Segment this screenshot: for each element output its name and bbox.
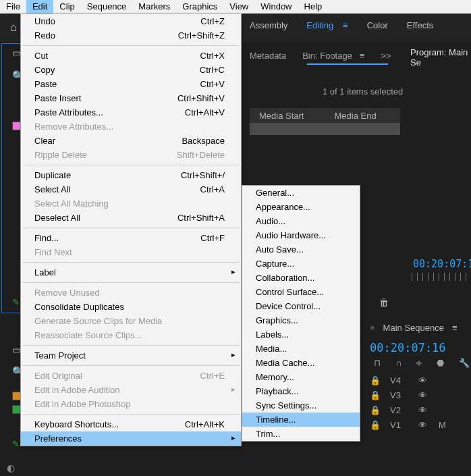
menu-separator bbox=[22, 414, 240, 415]
menu-item-capture[interactable]: Capture... bbox=[242, 257, 360, 271]
menu-item-label: Paste Insert bbox=[34, 93, 81, 103]
hamburger-icon[interactable]: ≡ bbox=[360, 51, 365, 61]
menu-sequence[interactable]: Sequence bbox=[81, 0, 133, 14]
menu-item-sync-settings[interactable]: Sync Settings... bbox=[242, 398, 360, 413]
menu-item-trim[interactable]: Trim... bbox=[242, 427, 360, 441]
menu-item-paste-insert[interactable]: Paste InsertCtrl+Shift+V bbox=[21, 91, 241, 105]
trash-icon[interactable]: 🗑 bbox=[379, 297, 389, 308]
workspace-color[interactable]: Color bbox=[367, 20, 388, 30]
track-v4[interactable]: 🔒V4👁 bbox=[370, 373, 471, 388]
menu-item-control-surface[interactable]: Control Surface... bbox=[242, 285, 360, 299]
menu-item-device-control[interactable]: Device Control... bbox=[242, 299, 360, 313]
hamburger-icon[interactable]: ≡ bbox=[452, 323, 458, 333]
menu-item-cut[interactable]: CutCtrl+X bbox=[21, 49, 241, 63]
menu-item-playback[interactable]: Playback... bbox=[242, 384, 360, 398]
menu-item-appearance[interactable]: Appearance... bbox=[242, 200, 360, 214]
track-headers: 🔒V4👁🔒V3👁🔒V2👁🔒V1👁M bbox=[370, 373, 471, 432]
menu-item-label: Cut bbox=[34, 51, 48, 61]
sequence-tab: × Main Sequence ≡ bbox=[370, 323, 458, 333]
menu-item-media[interactable]: Media... bbox=[242, 342, 360, 356]
menu-item-auto-save[interactable]: Auto Save... bbox=[242, 242, 360, 257]
lock-icon[interactable]: 🔒 bbox=[370, 375, 379, 386]
mute-toggle[interactable]: M bbox=[439, 420, 448, 430]
menu-item-label: Remove Unused bbox=[34, 288, 100, 298]
menu-item-labels[interactable]: Labels... bbox=[242, 327, 360, 342]
menu-graphics[interactable]: Graphics bbox=[176, 0, 223, 14]
menu-item-paste[interactable]: PasteCtrl+V bbox=[21, 77, 241, 91]
lock-icon[interactable]: 🔒 bbox=[370, 420, 379, 430]
menu-markers[interactable]: Markers bbox=[132, 0, 176, 14]
menu-item-copy[interactable]: CopyCtrl+C bbox=[21, 63, 241, 77]
track-v2[interactable]: 🔒V2👁 bbox=[370, 402, 471, 417]
menu-separator bbox=[22, 45, 240, 46]
menu-item-duplicate[interactable]: DuplicateCtrl+Shift+/ bbox=[21, 168, 241, 182]
creative-cloud-icon[interactable]: ◐ bbox=[7, 462, 15, 473]
track-v1[interactable]: 🔒V1👁M bbox=[370, 417, 471, 432]
menu-item-memory[interactable]: Memory... bbox=[242, 370, 360, 384]
menu-item-audio-hardware[interactable]: Audio Hardware... bbox=[242, 228, 360, 242]
menu-item-undo[interactable]: UndoCtrl+Z bbox=[21, 14, 241, 28]
tab-program[interactable]: Program: Main Se bbox=[410, 47, 471, 68]
menu-window[interactable]: Window bbox=[254, 0, 298, 14]
menu-item-shortcut: Ctrl+Shift+/ bbox=[181, 170, 225, 180]
eye-icon[interactable]: 👁 bbox=[418, 420, 428, 430]
workspace-menu-icon[interactable]: ≡ bbox=[343, 20, 348, 30]
menu-item-label: Media Cache... bbox=[256, 358, 314, 368]
eye-icon[interactable]: 👁 bbox=[418, 375, 428, 386]
menu-file[interactable]: File bbox=[0, 0, 26, 14]
menu-item-redo[interactable]: RedoCtrl+Shift+Z bbox=[21, 28, 241, 43]
lock-icon[interactable]: 🔒 bbox=[370, 390, 379, 400]
menu-item-label: Memory... bbox=[256, 372, 294, 382]
workspace-editing[interactable]: Editing bbox=[306, 20, 333, 30]
close-icon[interactable]: × bbox=[370, 323, 375, 333]
col-media-start[interactable]: Media Start bbox=[250, 111, 325, 121]
bin-row-selected[interactable] bbox=[250, 123, 400, 135]
menu-item-find[interactable]: Find...Ctrl+F bbox=[21, 231, 241, 245]
menu-item-shortcut: Ctrl+Alt+K bbox=[185, 419, 225, 429]
menu-clip[interactable]: Clip bbox=[53, 0, 80, 14]
menu-help[interactable]: Help bbox=[298, 0, 329, 14]
menu-item-clear[interactable]: ClearBackspace bbox=[21, 134, 241, 148]
menu-item-general[interactable]: General... bbox=[242, 186, 360, 200]
timeline-toggle-buttons: ⊓ ∩ ⎆ ⬣ 🔧 bbox=[374, 358, 470, 368]
menu-item-audio[interactable]: Audio... bbox=[242, 214, 360, 228]
edit-icon[interactable]: ✎ bbox=[12, 439, 20, 449]
track-v3[interactable]: 🔒V3👁 bbox=[370, 388, 471, 402]
menu-item-collaboration[interactable]: Collaboration... bbox=[242, 271, 360, 285]
menu-item-label[interactable]: Label bbox=[21, 265, 241, 280]
timeline-timecode[interactable]: 00:20:07:16 bbox=[370, 341, 446, 354]
menu-item-generate-source-clips-for-media: Generate Source Clips for Media bbox=[21, 314, 241, 328]
sequence-name[interactable]: Main Sequence bbox=[383, 323, 444, 333]
link-icon[interactable]: ⎆ bbox=[416, 358, 422, 368]
menu-item-team-project[interactable]: Team Project bbox=[21, 348, 241, 363]
tab-bin[interactable]: Bin: Footage ≡ bbox=[302, 51, 364, 61]
edit-icon[interactable]: ✎ bbox=[12, 297, 20, 307]
eye-icon[interactable]: 👁 bbox=[418, 405, 428, 415]
menu-item-preferences[interactable]: Preferences bbox=[21, 431, 241, 446]
menu-item-keyboard-shortcuts[interactable]: Keyboard Shortcuts...Ctrl+Alt+K bbox=[21, 417, 241, 431]
marker-icon[interactable]: ⬣ bbox=[437, 358, 444, 368]
menu-item-select-all[interactable]: Select AllCtrl+A bbox=[21, 182, 241, 196]
lock-icon[interactable]: 🔒 bbox=[370, 405, 379, 415]
menu-edit[interactable]: Edit bbox=[26, 0, 53, 14]
menu-view[interactable]: View bbox=[223, 0, 254, 14]
tab-bin-label: Bin: Footage bbox=[302, 51, 352, 61]
menu-item-consolidate-duplicates[interactable]: Consolidate Duplicates bbox=[21, 300, 241, 314]
menu-item-paste-attributes[interactable]: Paste Attributes...Ctrl+Alt+V bbox=[21, 105, 241, 120]
tab-metadata[interactable]: Metadata bbox=[250, 51, 286, 61]
chevron-double-right-icon[interactable]: >> bbox=[381, 51, 391, 61]
menu-item-shortcut: Ctrl+C bbox=[200, 65, 225, 75]
snap-icon[interactable]: ⊓ bbox=[374, 358, 381, 368]
menu-item-timeline[interactable]: Timeline... bbox=[242, 413, 360, 427]
preferences-submenu: General...Appearance...Audio...Audio Har… bbox=[242, 185, 360, 442]
eye-icon[interactable]: 👁 bbox=[418, 390, 428, 400]
workspace-effects[interactable]: Effects bbox=[407, 20, 434, 30]
magnet-icon[interactable]: ∩ bbox=[395, 358, 401, 368]
menu-item-graphics[interactable]: Graphics... bbox=[242, 313, 360, 327]
menu-item-deselect-all[interactable]: Deselect AllCtrl+Shift+A bbox=[21, 211, 241, 225]
wrench-icon[interactable]: 🔧 bbox=[459, 358, 470, 368]
col-media-end[interactable]: Media End bbox=[325, 111, 401, 121]
workspace-assembly[interactable]: Assembly bbox=[250, 20, 287, 30]
source-ruler[interactable] bbox=[412, 273, 471, 281]
menu-item-media-cache[interactable]: Media Cache... bbox=[242, 356, 360, 370]
